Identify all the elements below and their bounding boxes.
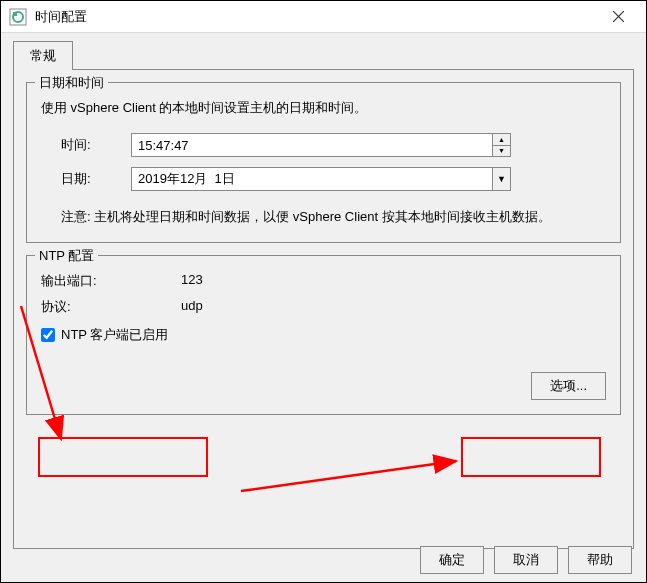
date-label: 日期: <box>41 170 131 188</box>
app-icon <box>9 8 27 26</box>
window-title: 时间配置 <box>35 8 598 26</box>
tab-panel-general: 日期和时间 使用 vSphere Client 的本地时间设置主机的日期和时间。… <box>13 69 634 549</box>
svg-rect-2 <box>13 12 17 16</box>
ntp-enabled-row: NTP 客户端已启用 <box>41 326 606 344</box>
time-input-container: ▲ ▼ <box>131 133 511 157</box>
date-row: 日期: ▼ <box>41 167 606 191</box>
help-button[interactable]: 帮助 <box>568 546 632 574</box>
tab-container: 常规 日期和时间 使用 vSphere Client 的本地时间设置主机的日期和… <box>13 41 634 549</box>
time-spinner-down[interactable]: ▼ <box>493 146 510 157</box>
date-input[interactable] <box>132 168 492 190</box>
date-dropdown-button[interactable]: ▼ <box>492 168 510 190</box>
time-row: 时间: ▲ ▼ <box>41 133 606 157</box>
time-config-dialog: 时间配置 常规 日期和时间 使用 vSphere Client 的本地时间设置主… <box>0 0 647 583</box>
time-spinner: ▲ ▼ <box>492 134 510 156</box>
time-input[interactable] <box>132 134 492 156</box>
outgoing-port-label: 输出端口: <box>41 272 181 290</box>
datetime-legend: 日期和时间 <box>35 74 108 92</box>
content-area: 常规 日期和时间 使用 vSphere Client 的本地时间设置主机的日期和… <box>1 33 646 549</box>
options-button[interactable]: 选项... <box>531 372 606 400</box>
close-button[interactable] <box>598 2 638 32</box>
protocol-row: 协议: udp <box>41 298 606 316</box>
tab-general[interactable]: 常规 <box>13 41 73 70</box>
protocol-label: 协议: <box>41 298 181 316</box>
datetime-description: 使用 vSphere Client 的本地时间设置主机的日期和时间。 <box>41 99 606 117</box>
ntp-legend: NTP 配置 <box>35 247 98 265</box>
outgoing-port-value: 123 <box>181 272 203 290</box>
options-button-container: 选项... <box>531 372 606 400</box>
date-input-container: ▼ <box>131 167 511 191</box>
ok-button[interactable]: 确定 <box>420 546 484 574</box>
datetime-note: 注意: 主机将处理日期和时间数据，以便 vSphere Client 按其本地时… <box>41 207 606 228</box>
time-label: 时间: <box>41 136 131 154</box>
ntp-enabled-label: NTP 客户端已启用 <box>61 326 168 344</box>
ntp-fieldset: NTP 配置 输出端口: 123 协议: udp NTP 客户端已启用 <box>26 255 621 415</box>
datetime-fieldset: 日期和时间 使用 vSphere Client 的本地时间设置主机的日期和时间。… <box>26 82 621 243</box>
protocol-value: udp <box>181 298 203 316</box>
dialog-buttons: 确定 取消 帮助 <box>420 546 632 574</box>
time-spinner-up[interactable]: ▲ <box>493 134 510 146</box>
outgoing-port-row: 输出端口: 123 <box>41 272 606 290</box>
titlebar: 时间配置 <box>1 1 646 33</box>
ntp-enabled-checkbox[interactable] <box>41 328 55 342</box>
cancel-button[interactable]: 取消 <box>494 546 558 574</box>
